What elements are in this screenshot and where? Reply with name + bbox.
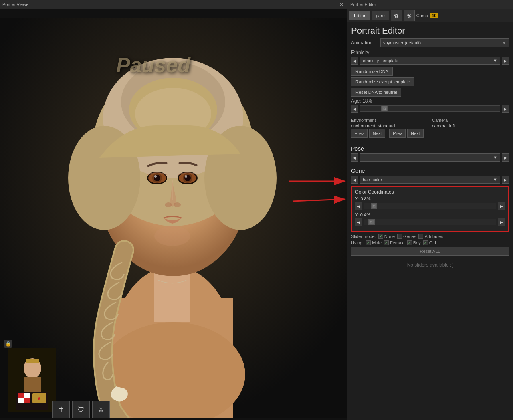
- age-slider[interactable]: ⊡: [360, 105, 500, 112]
- ethnicity-value: ethnicity_template: [363, 58, 398, 63]
- x-slider-icon: ⊡: [372, 204, 376, 208]
- x-next-btn[interactable]: ▶: [498, 202, 505, 210]
- divider-2: [351, 143, 509, 143]
- character-thumbnail: ♥: [8, 348, 56, 412]
- x-prev-btn[interactable]: ◀: [355, 202, 362, 210]
- lock-icon[interactable]: 🔒: [4, 340, 12, 348]
- env-cam-controls: Prev Next Prev Next: [351, 129, 509, 140]
- tab-icon-flower[interactable]: ✿: [391, 10, 402, 21]
- tab-icon-flower2[interactable]: ❀: [404, 10, 415, 21]
- cam-prev-button[interactable]: Prev: [389, 129, 406, 138]
- y-coord-label: Y: 0.4%: [355, 212, 505, 217]
- titlebar-title: PortraitViewer: [2, 2, 30, 7]
- y-prev-btn[interactable]: ◀: [355, 218, 362, 226]
- gene-dropdown-arrow: ▼: [493, 177, 497, 182]
- animation-dropdown[interactable]: spymaster (default) ▼: [380, 38, 509, 47]
- pose-next-btn[interactable]: ▶: [502, 153, 509, 162]
- cam-next-button[interactable]: Next: [407, 129, 424, 138]
- ethnicity-dropdown-arrow: ▼: [493, 58, 497, 63]
- age-prev-btn[interactable]: ◀: [351, 105, 358, 113]
- gene-dropdown[interactable]: hair_color ▼: [360, 176, 500, 184]
- slider-attrs-checkbox[interactable]: ✓: [418, 234, 423, 239]
- ethnicity-next-btn[interactable]: ▶: [502, 57, 509, 65]
- using-boy-checkbox[interactable]: ✓: [407, 240, 412, 245]
- slider-genes-checkbox[interactable]: ✓: [397, 234, 402, 239]
- using-girl-checkbox[interactable]: ✓: [423, 240, 428, 245]
- env-prev-button[interactable]: Prev: [351, 129, 368, 138]
- age-label: Age: 18%: [351, 98, 509, 104]
- using-girl[interactable]: ✓ Girl: [423, 240, 436, 245]
- using-girl-label: Girl: [429, 240, 436, 245]
- using-boy-label: Boy: [413, 240, 421, 245]
- using-female-checkbox[interactable]: ✓: [384, 240, 389, 245]
- using-boy[interactable]: ✓ Boy: [407, 240, 421, 245]
- env-camera-labels: Environment environment_standard Camera …: [351, 118, 509, 128]
- age-slider-icon: ⊡: [382, 106, 387, 111]
- age-slider-thumb[interactable]: ⊡: [381, 106, 388, 111]
- env-next-button[interactable]: Next: [369, 129, 386, 138]
- tab-badge-comp: Comp: [416, 13, 428, 18]
- animation-dropdown-arrow: ▼: [502, 41, 506, 45]
- using-male-checkbox[interactable]: ✓: [366, 240, 371, 245]
- env-label: Environment: [351, 118, 428, 123]
- using-label: Using:: [351, 240, 364, 245]
- cam-col: Camera camera_left: [432, 118, 509, 128]
- x-slider[interactable]: ⊡: [364, 203, 496, 209]
- gene-row: ◀ hair_color ▼ ▶: [351, 176, 509, 184]
- slider-mode-none[interactable]: ✓ None: [378, 234, 395, 239]
- close-button[interactable]: ✕: [339, 2, 344, 7]
- divider-3: [351, 165, 509, 165]
- ethnicity-row: ◀ ethnicity_template ▼ ▶: [351, 57, 509, 65]
- animation-row: Animation: spymaster (default) ▼: [351, 38, 509, 47]
- panel-titlebar: PortraitEditor: [347, 0, 513, 9]
- panel-tabs: Editor pare ✿ ❀ Comp 10: [347, 9, 513, 22]
- pose-title: Pose: [351, 145, 509, 152]
- pose-dropdown-arrow: ▼: [493, 155, 497, 160]
- y-slider[interactable]: ⊡: [364, 219, 496, 225]
- randomize-except-button[interactable]: Randomize except template: [351, 77, 414, 86]
- badge-symbol: ⚔: [92, 401, 110, 418]
- slider-none-checkbox[interactable]: ✓: [378, 234, 383, 239]
- svg-point-22: [185, 175, 187, 178]
- cam-prevnext: Prev Next: [389, 129, 423, 138]
- ethnicity-dropdown[interactable]: ethnicity_template ▼: [360, 57, 500, 65]
- gene-value: hair_color: [363, 177, 382, 182]
- badge-cross: ✝: [52, 401, 70, 418]
- svg-text:♥: ♥: [37, 395, 40, 402]
- slider-genes-label: Genes: [403, 234, 416, 239]
- pose-dropdown[interactable]: ▼: [360, 153, 500, 162]
- y-slider-icon: ⊡: [369, 220, 374, 224]
- svg-point-23: [165, 202, 172, 207]
- y-next-btn[interactable]: ▶: [498, 218, 505, 226]
- reset-all-button[interactable]: Reset ALL: [351, 247, 509, 256]
- svg-rect-4: [154, 270, 190, 322]
- pose-prev-btn[interactable]: ◀: [351, 153, 358, 162]
- no-sliders-text: No sliders available :(: [351, 262, 509, 268]
- svg-point-26: [154, 226, 190, 246]
- slider-mode-genes[interactable]: ✓ Genes: [397, 234, 416, 239]
- svg-rect-33: [26, 359, 39, 363]
- slider-mode-attributes[interactable]: ✓ Attributes: [418, 234, 443, 239]
- color-coords-title: Color Coordinates: [355, 189, 505, 195]
- ethnicity-prev-btn[interactable]: ◀: [351, 57, 358, 65]
- svg-point-17: [154, 175, 157, 178]
- slider-mode-row: Slider mode: ✓ None ✓ Genes ✓ Attributes: [351, 234, 509, 239]
- svg-rect-36: [18, 393, 24, 398]
- gene-prev-btn[interactable]: ◀: [351, 176, 358, 184]
- age-next-btn[interactable]: ▶: [502, 105, 509, 113]
- using-male[interactable]: ✓ Male: [366, 240, 382, 245]
- right-panel: PortraitEditor Editor pare ✿ ❀ Comp 10 P…: [347, 0, 513, 420]
- x-coord-label: X: 0.8%: [355, 196, 505, 201]
- tab-editor[interactable]: Editor: [349, 11, 370, 20]
- gene-next-btn[interactable]: ▶: [502, 176, 509, 184]
- x-slider-thumb[interactable]: ⊡: [371, 203, 377, 209]
- y-slider-thumb[interactable]: ⊡: [368, 219, 375, 225]
- using-female[interactable]: ✓ Female: [384, 240, 405, 245]
- pose-row: ◀ ▼ ▶: [351, 153, 509, 162]
- portrait-editor-title: Portrait Editor: [351, 26, 509, 36]
- portrait-area: Paused 🔒: [0, 9, 347, 420]
- reset-neutral-button[interactable]: Reset DNA to neutral: [351, 88, 401, 97]
- titlebar: PortraitViewer ✕: [0, 0, 347, 9]
- tab-compare[interactable]: pare: [372, 11, 389, 20]
- randomize-dna-button[interactable]: Randomize DNA: [351, 67, 393, 76]
